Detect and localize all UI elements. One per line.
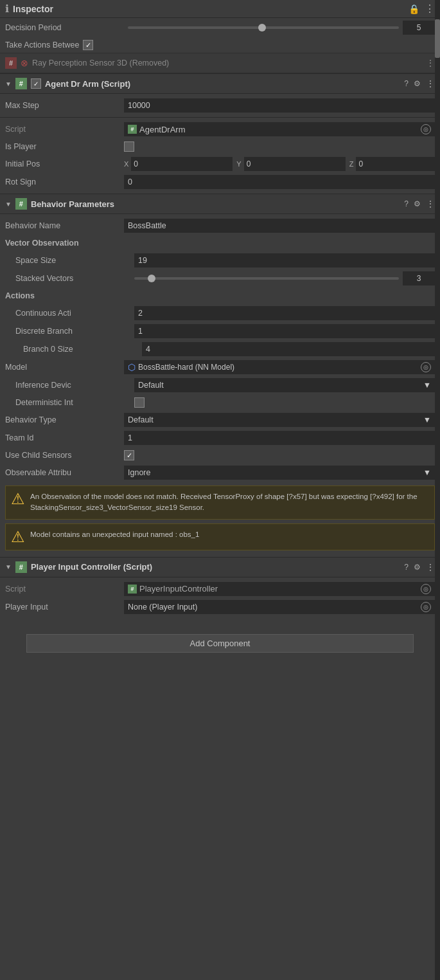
team-id-input[interactable] xyxy=(124,431,435,445)
decision-period-track[interactable] xyxy=(128,26,399,29)
initial-pos-y-input[interactable] xyxy=(244,157,346,171)
initial-pos-z-input[interactable] xyxy=(356,157,440,171)
behavior-type-arrow: ▼ xyxy=(423,415,431,424)
model-name: BossBattle-hard (NN Model) xyxy=(138,363,234,372)
deterministic-int-checkbox[interactable] xyxy=(134,397,145,408)
player-script-target-icon[interactable]: ◎ xyxy=(421,584,431,594)
inference-device-label: Inference Devic xyxy=(15,381,134,390)
inference-device-arrow: ▼ xyxy=(423,381,431,390)
scrollbar-thumb[interactable] xyxy=(435,19,440,58)
agent-enabled-checkbox[interactable]: ✓ xyxy=(31,78,41,89)
use-child-sensors-row: Use Child Sensors xyxy=(0,447,440,464)
decision-period-thumb[interactable] xyxy=(258,24,266,32)
inference-device-row: Inference Devic Default ▼ xyxy=(0,376,440,394)
ray-perception-icon: # xyxy=(5,57,17,69)
agent-menu-icon[interactable]: ⋮ xyxy=(426,78,435,89)
player-input-value-box: None (Player Input) ◎ xyxy=(124,600,435,614)
space-size-input[interactable] xyxy=(134,253,435,268)
observable-attribu-label: Observable Attribu xyxy=(5,468,124,477)
lock-icon[interactable]: 🔒 xyxy=(409,4,419,14)
stacked-vectors-label: Stacked Vectors xyxy=(15,274,134,283)
info-icon: ℹ xyxy=(5,3,9,15)
inspector-title: Inspector xyxy=(13,4,53,14)
max-step-input[interactable] xyxy=(124,98,435,113)
player-input-row: Player Input None (Player Input) ◎ xyxy=(0,598,440,616)
behavior-name-input[interactable] xyxy=(124,219,435,233)
script-hash-icon: # xyxy=(128,125,137,134)
agent-gear-icon[interactable]: ⚙ xyxy=(414,79,421,88)
model-label: Model xyxy=(5,363,124,372)
inspector-header: ℹ Inspector 🔒 ⋮ xyxy=(0,0,440,18)
behavior-name-label: Behavior Name xyxy=(5,221,124,230)
player-input-help-icon[interactable]: ? xyxy=(404,563,409,572)
rot-sign-label: Rot Sign xyxy=(5,177,124,186)
player-input-label: Player Input xyxy=(5,603,124,612)
discrete-branch-label: Discrete Branch xyxy=(15,327,134,336)
is-player-label: Is Player xyxy=(5,142,124,151)
agent-help-icon[interactable]: ? xyxy=(404,79,409,88)
warning-text-2: Model contains an unexpected input named… xyxy=(30,529,199,540)
take-actions-checkbox[interactable] xyxy=(83,40,93,50)
script-target-icon[interactable]: ◎ xyxy=(421,124,431,134)
menu-icon[interactable]: ⋮ xyxy=(425,3,435,15)
observable-attribu-dropdown-container: Ignore ▼ xyxy=(124,466,435,480)
agent-collapse-arrow[interactable]: ▼ xyxy=(5,80,12,87)
behavior-menu-icon[interactable]: ⋮ xyxy=(426,199,435,209)
initial-pos-row: Initial Pos X Y Z xyxy=(0,155,440,173)
discrete-branch-input[interactable] xyxy=(134,324,435,338)
player-script-hash-icon: # xyxy=(128,585,137,594)
decision-period-value[interactable]: 5 xyxy=(403,21,435,35)
behavior-type-row: Behavior Type Default ▼ xyxy=(0,411,440,429)
team-id-label: Team Id xyxy=(5,433,124,442)
agent-script-body: Max Step Script # AgentDrArm ◎ Is Player… xyxy=(0,94,440,194)
branch-0-size-row: Branch 0 Size xyxy=(0,340,440,358)
warning-text-1: An Observation of the model does not mat… xyxy=(30,491,429,514)
deterministic-int-row: Deterministic Int xyxy=(0,394,440,411)
stacked-vectors-track[interactable] xyxy=(134,277,399,280)
player-input-gear-icon[interactable]: ⚙ xyxy=(414,563,421,572)
initial-pos-xyz: X Y Z xyxy=(124,157,440,171)
continuous-acti-input[interactable] xyxy=(134,306,435,320)
behavior-params-header: ▼ # Behavior Parameters ? ⚙ ⋮ xyxy=(0,194,440,214)
behavior-collapse-arrow[interactable]: ▼ xyxy=(5,201,12,208)
model-target-icon[interactable]: ◎ xyxy=(421,362,431,372)
player-input-header-icons: ? ⚙ ⋮ xyxy=(404,562,435,572)
ray-perception-title: Ray Perception Sensor 3D (Removed) xyxy=(32,59,422,68)
agent-hash-icon: # xyxy=(15,78,27,89)
branch-0-size-input[interactable] xyxy=(142,342,435,356)
player-input-value: None (Player Input) xyxy=(128,603,197,612)
is-player-checkbox[interactable] xyxy=(124,141,134,152)
behavior-help-icon[interactable]: ? xyxy=(404,199,409,208)
behavior-header-icons: ? ⚙ ⋮ xyxy=(404,199,435,209)
player-input-menu-icon[interactable]: ⋮ xyxy=(426,562,435,572)
player-input-target-icon[interactable]: ◎ xyxy=(421,602,431,612)
inspector-title-group: ℹ Inspector xyxy=(5,3,53,15)
scrollbar-track xyxy=(435,0,440,980)
inference-device-dropdown[interactable]: Default ▼ xyxy=(134,378,435,392)
z-label: Z xyxy=(349,160,354,168)
player-input-body: Script # PlayerInputController ◎ Player … xyxy=(0,577,440,619)
deterministic-int-label: Deterministic Int xyxy=(15,398,134,407)
continuous-acti-row: Continuous Acti xyxy=(0,304,440,322)
rot-sign-row: Rot Sign xyxy=(0,173,440,191)
model-row: Model ⬡ BossBattle-hard (NN Model) ◎ xyxy=(0,358,440,376)
stacked-vectors-value[interactable]: 3 xyxy=(403,271,435,286)
stacked-vectors-slider: 3 xyxy=(134,271,435,286)
stacked-vectors-thumb[interactable] xyxy=(148,275,155,282)
decision-period-label: Decision Period xyxy=(5,23,124,32)
player-input-collapse-arrow[interactable]: ▼ xyxy=(5,563,12,570)
ray-perception-menu[interactable]: ⋮ xyxy=(426,58,435,68)
behavior-type-dropdown[interactable]: Default ▼ xyxy=(124,413,435,427)
rot-sign-input[interactable] xyxy=(124,175,435,189)
player-script-row: Script # PlayerInputController ◎ xyxy=(0,580,440,598)
player-script-name: PlayerInputController xyxy=(139,584,218,594)
behavior-gear-icon[interactable]: ⚙ xyxy=(414,199,421,208)
inference-device-value: Default xyxy=(138,381,164,390)
max-step-row: Max Step xyxy=(0,96,440,114)
initial-pos-x-input[interactable] xyxy=(131,157,233,171)
inference-device-dropdown-container: Default ▼ xyxy=(134,378,435,392)
observable-attribu-dropdown[interactable]: Ignore ▼ xyxy=(124,466,435,480)
script-value-box: # AgentDrArm ◎ xyxy=(124,122,435,136)
add-component-button[interactable]: Add Component xyxy=(26,634,413,653)
use-child-sensors-checkbox[interactable] xyxy=(124,450,134,460)
